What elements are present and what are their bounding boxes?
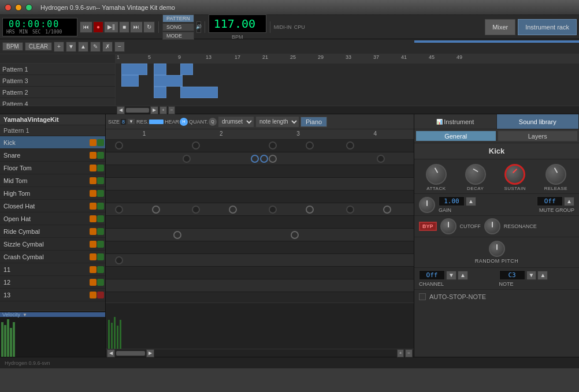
note-dot[interactable]	[269, 155, 277, 163]
add-button[interactable]: +	[54, 42, 64, 52]
ride-mute-btn[interactable]	[90, 228, 96, 235]
note-dot[interactable]	[229, 206, 237, 214]
snare-fx-btn[interactable]	[97, 152, 104, 159]
gain-knob[interactable]	[419, 197, 435, 213]
note-dot[interactable]	[192, 206, 200, 214]
note-dot[interactable]	[183, 155, 191, 163]
kick-mute-btn[interactable]	[90, 139, 96, 146]
drum-instrument-high-tom[interactable]: High Tom	[0, 187, 105, 200]
gain-up-btn[interactable]: ▲	[466, 197, 476, 206]
resonance-knob[interactable]	[484, 218, 500, 234]
hear-indicator[interactable]: H	[180, 118, 188, 126]
channel-down-btn[interactable]: ▼	[446, 271, 456, 280]
auto-stop-checkbox[interactable]	[419, 293, 426, 300]
drum-instrument-ride-cymbal[interactable]: Ride Cymbal	[0, 225, 105, 238]
zoom-out-button[interactable]: −	[168, 106, 176, 114]
note-up-btn[interactable]: ▲	[537, 271, 548, 280]
res-slider[interactable]	[149, 120, 164, 124]
note-dot[interactable]	[251, 155, 259, 163]
drum-instrument-12[interactable]: 12	[0, 276, 105, 289]
note-dot[interactable]	[306, 141, 314, 150]
drum-instrument-kick[interactable]: Kick	[0, 136, 105, 149]
zoom-in-button[interactable]: +	[159, 106, 167, 114]
pattern-block[interactable]	[154, 75, 183, 87]
floor-tom-mute-btn[interactable]	[90, 165, 96, 171]
kick-fx-btn[interactable]	[97, 139, 104, 146]
drum-instrument-11[interactable]: 11	[0, 263, 105, 276]
closed-hat-mute-btn[interactable]	[90, 203, 96, 210]
crash-cymbal-cells[interactable]	[106, 254, 414, 267]
bypass-button[interactable]: BYP	[419, 222, 437, 231]
note-dot[interactable]	[291, 231, 299, 239]
row12-cells[interactable]	[106, 279, 414, 292]
grid-row-crash-cymbal[interactable]	[106, 254, 414, 267]
minus-button[interactable]: −	[114, 42, 125, 52]
grid-row-12[interactable]	[106, 279, 414, 292]
drumset-select[interactable]: drumset	[218, 116, 254, 128]
inst13-mute-btn[interactable]	[90, 292, 96, 298]
bpm-button[interactable]: BPM	[2, 42, 23, 51]
note-dot[interactable]	[377, 155, 385, 163]
sustain-knob[interactable]	[504, 164, 525, 185]
maximize-button[interactable]	[25, 4, 32, 11]
high-tom-mute-btn[interactable]	[90, 190, 96, 197]
cutoff-knob[interactable]	[440, 218, 456, 234]
song-pattern-row-2[interactable]: Pattern 3	[0, 75, 115, 87]
inst11-mute-btn[interactable]	[90, 266, 96, 273]
note-dot[interactable]	[192, 141, 200, 150]
closed-hat-cells[interactable]	[106, 203, 414, 216]
grid-scrollbar-thumb[interactable]	[116, 351, 145, 356]
sizzle-cymbal-cells[interactable]	[106, 241, 414, 254]
floor-tom-cells[interactable]	[106, 165, 414, 178]
open-hat-fx-btn[interactable]	[97, 215, 104, 222]
song-pattern-row-1[interactable]: Pattern 1	[0, 64, 115, 75]
pattern-block[interactable]	[180, 64, 193, 75]
channel-up-btn[interactable]: ▲	[458, 271, 468, 280]
song-grid-cells[interactable]	[116, 64, 579, 106]
grid-row-11[interactable]	[106, 267, 414, 279]
grid-row-open-hat[interactable]	[106, 216, 414, 229]
drum-instrument-open-hat[interactable]: Open Hat	[0, 212, 105, 225]
general-subtab[interactable]: General	[415, 130, 496, 141]
note-dot[interactable]	[346, 141, 354, 150]
note-dot[interactable]	[152, 206, 160, 214]
snare-cells[interactable]	[106, 152, 414, 165]
pencil-button[interactable]: ✎	[90, 42, 101, 52]
inst12-mute-btn[interactable]	[90, 279, 96, 286]
drum-instrument-13[interactable]: 13	[0, 289, 105, 301]
grid-row-ride-cymbal[interactable]	[106, 229, 414, 241]
sizzle-fx-btn[interactable]	[97, 241, 104, 248]
rewind-button[interactable]: ⏮	[80, 21, 92, 33]
note-dot[interactable]	[173, 231, 181, 239]
decay-knob[interactable]	[465, 164, 486, 185]
instrument-rack-button[interactable]: Instrument rack	[518, 19, 577, 35]
close-button[interactable]	[5, 4, 12, 11]
note-dot[interactable]	[306, 206, 314, 214]
size-arrow[interactable]: ▼	[127, 118, 135, 125]
up-button[interactable]: ▲	[78, 42, 88, 52]
high-tom-cells[interactable]	[106, 191, 414, 203]
layers-subtab[interactable]: Layers	[498, 130, 578, 141]
note-dot[interactable]	[269, 206, 277, 214]
note-dot[interactable]	[115, 206, 123, 214]
forward-button[interactable]: ⏭	[130, 21, 143, 33]
sizzle-mute-btn[interactable]	[90, 241, 96, 248]
scroll-left-btn[interactable]: ◀	[107, 349, 115, 357]
zoom-in-grid-btn[interactable]: +	[397, 349, 404, 357]
record-button[interactable]: ●	[93, 21, 103, 33]
mid-tom-fx-btn[interactable]	[97, 177, 104, 184]
pattern-block[interactable]	[121, 75, 139, 87]
drum-instrument-crash-cymbal[interactable]: Crash Cymbal	[0, 251, 105, 263]
inst11-fx-btn[interactable]	[97, 266, 104, 273]
mode-button[interactable]: MODE	[162, 32, 194, 40]
random-pitch-knob[interactable]	[489, 241, 505, 257]
sound-library-tab[interactable]: Sound library	[497, 114, 580, 129]
mixer-button[interactable]: Mixer	[485, 19, 515, 35]
mid-tom-cells[interactable]	[106, 178, 414, 191]
drum-instrument-closed-hat[interactable]: Closed Hat	[0, 200, 105, 212]
song-mode-button[interactable]: SONG	[162, 23, 194, 31]
scroll-right-button[interactable]: ▶	[150, 106, 158, 114]
release-knob[interactable]	[545, 164, 566, 185]
pattern-block[interactable]	[180, 87, 218, 98]
kick-grid[interactable]	[106, 140, 414, 152]
